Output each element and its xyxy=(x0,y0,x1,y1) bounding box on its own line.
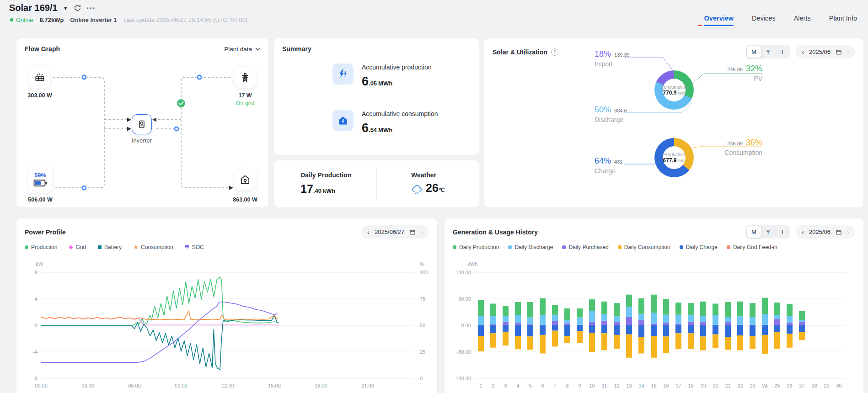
bar-segment xyxy=(725,337,731,350)
bar-segment xyxy=(626,307,632,317)
bar-segment xyxy=(515,315,521,323)
calendar-icon[interactable] xyxy=(409,229,416,235)
legend-item-consumption[interactable]: Consumption xyxy=(134,244,173,250)
bar-segment xyxy=(614,325,620,335)
power-profile-title: Power Profile xyxy=(25,228,65,236)
pp-next-day[interactable]: › xyxy=(421,228,423,235)
svg-text:1: 1 xyxy=(479,383,482,388)
power-profile-legend: ProductionGridBatteryConsumptionSOC xyxy=(25,244,204,250)
series-battery xyxy=(41,316,278,370)
donut-center-unit: kWh xyxy=(676,159,685,163)
bar-segment xyxy=(601,333,607,350)
svg-text:26: 26 xyxy=(787,383,792,388)
battery-power-value: 506.00 W xyxy=(21,196,60,203)
solar-node[interactable] xyxy=(29,67,50,88)
bar-segment xyxy=(799,320,805,321)
legend-item-grid[interactable]: Grid xyxy=(69,244,86,250)
gen-date-picker: ‹ 2025/06 › xyxy=(796,225,855,239)
bar-segment xyxy=(626,335,632,358)
utilization-donuts[interactable]: Consumption770.9 kWh Production677.9 kWh… xyxy=(484,38,863,207)
svg-text:-8: -8 xyxy=(33,376,38,381)
tab-alerts[interactable]: Alerts xyxy=(794,15,811,26)
legend-item-daily-charge[interactable]: Daily Charge xyxy=(680,244,718,250)
grid-node[interactable] xyxy=(235,67,256,88)
legend-item-soc[interactable]: SOC xyxy=(185,244,204,250)
legend-item-daily-grid-feed-in[interactable]: Daily Grid Feed-in xyxy=(727,244,777,250)
generation-history-chart[interactable]: 100.0050.000.00-50.00-100.00kWh123456789… xyxy=(451,260,858,393)
capacity-value: 8.72kWp xyxy=(40,16,64,23)
gen-period-toggle: MYT xyxy=(746,225,790,239)
plant-data-dropdown[interactable]: Plant data xyxy=(224,46,260,53)
tab-plant-info[interactable]: Plant Info xyxy=(829,15,857,26)
import-label: 18%139.39Import xyxy=(595,49,630,68)
gen-period-t[interactable]: T xyxy=(775,226,789,238)
on-grid-check-icon xyxy=(177,99,185,107)
bar-segment xyxy=(515,325,521,336)
inverter-status: Online Inverter 1 xyxy=(70,16,117,23)
bar-segment xyxy=(577,331,583,343)
calendar-icon[interactable] xyxy=(836,229,842,235)
legend-item-daily-discharge[interactable]: Daily Discharge xyxy=(508,244,553,250)
svg-text:21:00: 21:00 xyxy=(361,383,374,388)
bar-segment xyxy=(762,335,768,354)
refresh-icon[interactable] xyxy=(74,4,81,12)
grid-power-value: 17 W xyxy=(225,92,265,99)
bar-segment xyxy=(750,317,755,324)
svg-text:24: 24 xyxy=(762,383,767,388)
gen-period-m[interactable]: M xyxy=(747,226,761,238)
bar-segment xyxy=(663,325,669,336)
legend-item-daily-production[interactable]: Daily Production xyxy=(453,244,499,250)
bar-segment xyxy=(725,317,731,322)
svg-text:100: 100 xyxy=(420,270,428,275)
bar-segment xyxy=(675,324,681,325)
bar-segment xyxy=(675,315,681,324)
consumption-donut-chart[interactable]: Consumption770.9 kWh xyxy=(654,70,694,110)
svg-text:27: 27 xyxy=(799,383,804,388)
bar-segment xyxy=(614,335,620,349)
svg-text:09:00: 09:00 xyxy=(175,383,188,388)
inverter-node[interactable] xyxy=(132,114,152,134)
daily-production-value: 17.40kWh xyxy=(300,182,374,196)
legend-item-daily-consumption[interactable]: Daily Consumption xyxy=(618,244,670,250)
bar-segment xyxy=(750,303,755,317)
pp-prev-day[interactable]: ‹ xyxy=(367,228,370,235)
legend-item-production[interactable]: Production xyxy=(25,244,57,250)
home-node[interactable] xyxy=(235,169,256,190)
bar-segment xyxy=(589,333,595,352)
gen-next-month[interactable]: › xyxy=(847,228,849,235)
bar-segment xyxy=(688,303,694,315)
bar-segment xyxy=(527,325,533,336)
legend-marker xyxy=(69,245,74,250)
bar-segment xyxy=(552,305,558,315)
bar-segment xyxy=(638,320,644,325)
bar-segment xyxy=(552,321,558,325)
more-icon[interactable]: ··· xyxy=(87,4,96,13)
bar-segment xyxy=(478,325,484,336)
battery-node[interactable]: 59% xyxy=(28,166,52,193)
tab-devices[interactable]: Devices xyxy=(752,15,776,26)
bar-segment xyxy=(490,333,496,347)
power-profile-chart[interactable]: 8100475050-425-80kW%00:0003:0006:0009:00… xyxy=(23,260,430,393)
tab-underline-red-notch xyxy=(698,25,702,26)
production-donut-chart[interactable]: Production677.9 kWh xyxy=(654,138,694,177)
bar-segment xyxy=(540,298,546,315)
tab-overview[interactable]: Overview xyxy=(704,15,734,26)
svg-text:kWh: kWh xyxy=(467,261,477,267)
bar-segment xyxy=(737,335,743,350)
bar-segment xyxy=(503,322,509,325)
legend-item-battery[interactable]: Battery xyxy=(98,244,122,250)
svg-text:25: 25 xyxy=(774,383,780,388)
gen-prev-month[interactable]: ‹ xyxy=(802,228,804,235)
bar-segment xyxy=(688,322,694,325)
donut-connector-lines xyxy=(484,38,863,207)
bar-segment xyxy=(688,325,694,333)
svg-text:100.00: 100.00 xyxy=(455,270,471,275)
svg-text:%: % xyxy=(420,261,424,267)
gen-period-y[interactable]: Y xyxy=(761,226,775,238)
legend-item-daily-purchased[interactable]: Daily Purchased xyxy=(562,244,608,250)
page-title: Solar 169/1 xyxy=(9,3,58,13)
svg-text:17: 17 xyxy=(675,383,681,388)
donut-center: Consumption770.9 kWh xyxy=(663,79,686,101)
plant-dropdown-caret[interactable]: ▼ xyxy=(63,5,68,11)
donut-center-unit: kWh xyxy=(676,91,685,96)
